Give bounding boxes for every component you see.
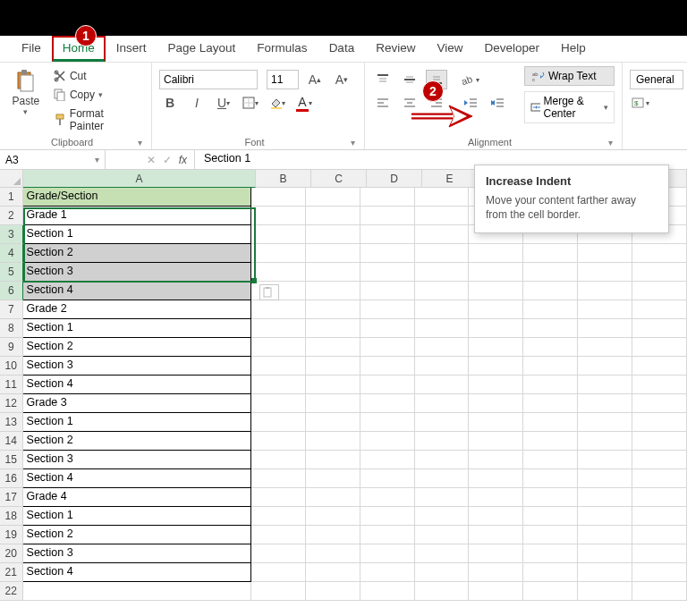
row-header[interactable]: 1 [0,188,23,207]
enter-formula-button[interactable]: ✓ [163,154,172,166]
cell[interactable] [306,376,360,394]
cell[interactable] [469,451,523,469]
cell[interactable] [306,207,360,225]
cell[interactable] [469,338,523,357]
cell[interactable] [469,469,523,488]
cell[interactable] [360,244,415,263]
cell[interactable] [523,357,578,376]
wrap-text-button[interactable]: abc Wrap Text [524,66,615,86]
cell[interactable] [523,582,578,601]
cell[interactable] [578,394,632,413]
cell[interactable] [306,488,360,507]
cell[interactable] [306,469,360,488]
cell[interactable] [578,582,632,601]
cell[interactable] [578,451,632,469]
cell[interactable] [251,582,306,601]
tab-help[interactable]: Help [550,36,597,62]
cell[interactable]: Section 2 [23,526,251,544]
cell[interactable] [578,244,632,263]
alignment-launcher[interactable]: ▾ [606,138,615,148]
cell[interactable] [251,413,306,432]
cell[interactable] [632,376,687,394]
align-middle-button[interactable] [399,70,420,89]
row-header[interactable]: 2 [0,207,23,225]
cell[interactable] [578,488,632,507]
cell[interactable] [251,563,306,582]
cell[interactable] [469,357,523,376]
cell[interactable] [360,488,415,507]
cell[interactable] [360,413,415,432]
cell[interactable] [415,357,470,376]
cell[interactable] [632,357,687,376]
tab-view[interactable]: View [426,36,473,62]
cell[interactable] [415,488,470,507]
cell[interactable] [523,526,578,544]
cell[interactable] [469,300,523,319]
cell[interactable] [306,451,360,469]
cell[interactable] [632,244,687,263]
cell[interactable] [632,432,687,451]
cell[interactable] [415,376,470,394]
cell[interactable] [360,394,415,413]
cell[interactable] [578,563,632,582]
cell[interactable] [632,263,687,282]
clipboard-launcher[interactable]: ▾ [136,138,144,148]
font-launcher[interactable]: ▾ [349,138,357,148]
cell[interactable] [251,432,306,451]
copy-button[interactable]: Copy ▾ [50,87,144,103]
cell[interactable] [360,376,415,394]
cell[interactable] [415,526,470,544]
cell[interactable]: Section 2 [23,244,251,263]
cell[interactable] [251,376,306,394]
cell[interactable] [251,300,306,319]
cell[interactable] [578,469,632,488]
cell[interactable] [306,413,360,432]
cell[interactable] [251,357,306,376]
cell[interactable] [306,282,360,300]
cell[interactable] [251,394,306,413]
cell[interactable] [306,263,360,282]
row-header[interactable]: 6 [0,282,23,300]
cell[interactable] [632,526,687,544]
cell[interactable] [632,451,687,469]
column-header-a[interactable]: A [23,170,256,188]
tab-insert[interactable]: Insert [106,36,157,62]
cell[interactable]: Section 3 [23,544,251,563]
cell[interactable] [632,507,687,526]
font-color-button[interactable]: A▾ [293,93,315,113]
cell[interactable] [632,394,687,413]
cell[interactable] [415,300,470,319]
merge-center-button[interactable]: Merge & Center ▾ [524,91,615,123]
cell[interactable] [360,507,415,526]
cell[interactable] [523,507,578,526]
cell[interactable] [360,582,415,601]
cell[interactable] [415,451,470,469]
number-format-input[interactable] [630,70,683,89]
cell[interactable] [523,376,578,394]
cell[interactable]: Grade 1 [23,207,251,225]
cell[interactable] [469,432,523,451]
font-name-input[interactable] [159,70,258,89]
cell[interactable] [578,338,632,357]
select-all-corner[interactable] [0,170,23,188]
row-header[interactable]: 20 [0,544,23,563]
row-header[interactable]: 9 [0,338,23,357]
cell[interactable] [523,300,578,319]
cell[interactable] [523,263,578,282]
cell[interactable] [251,469,306,488]
cell[interactable] [306,582,360,601]
cell[interactable] [415,563,470,582]
row-header[interactable]: 7 [0,300,23,319]
cell[interactable] [632,282,687,300]
cell[interactable] [360,207,415,225]
cell[interactable] [415,263,470,282]
cell[interactable] [523,413,578,432]
cell[interactable]: Section 2 [23,338,251,357]
row-header[interactable]: 3 [0,225,23,244]
cell[interactable] [251,507,306,526]
cell[interactable] [469,563,523,582]
cell[interactable]: Section 4 [23,563,251,582]
cell[interactable] [578,432,632,451]
cell[interactable] [415,394,470,413]
cell[interactable] [360,357,415,376]
